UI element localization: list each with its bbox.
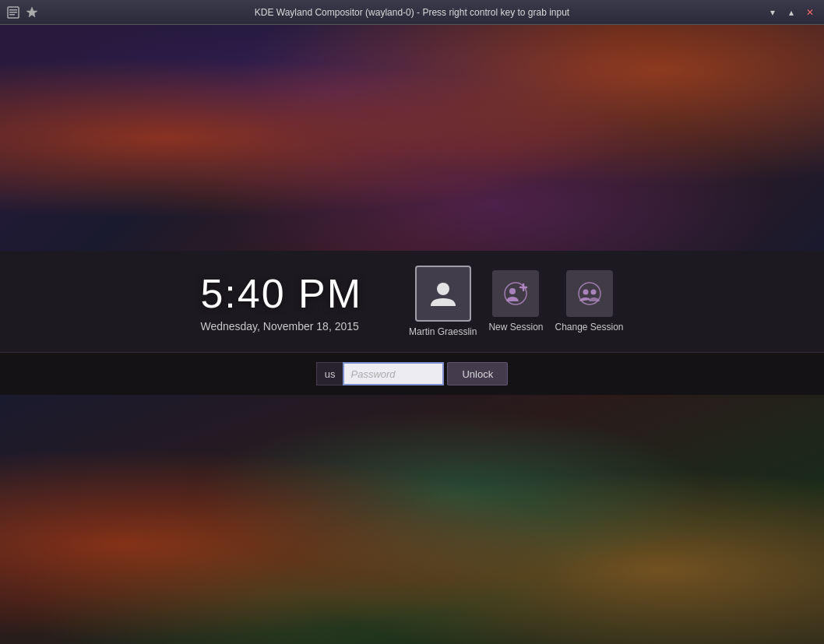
new-session-label: New Session (488, 322, 543, 333)
titlebar: KDE Wayland Compositor (wayland-0) - Pre… (0, 0, 824, 25)
current-user-item[interactable]: Martin Graesslin (409, 266, 477, 337)
unlock-button[interactable]: Unlock (447, 362, 508, 385)
background-bottom (0, 395, 824, 644)
lock-panel: 5:40 PM Wednesday, November 18, 2015 Mar… (0, 251, 824, 395)
titlebar-left-icons (6, 5, 39, 19)
username-label: Martin Graesslin (409, 326, 477, 337)
maximize-button[interactable]: ▴ (784, 5, 799, 20)
lock-upper-section: 5:40 PM Wednesday, November 18, 2015 Mar… (0, 251, 824, 352)
minimize-button[interactable]: ▾ (765, 5, 780, 20)
svg-point-11 (590, 290, 596, 295)
change-session-icon (577, 281, 602, 306)
main-content: 5:40 PM Wednesday, November 18, 2015 Mar… (0, 25, 824, 644)
password-input[interactable] (343, 362, 444, 385)
new-session-icon (503, 281, 528, 306)
titlebar-pin-icon[interactable] (25, 5, 39, 19)
background-top (0, 25, 824, 251)
user-avatar (415, 266, 471, 322)
username-display: us (316, 362, 343, 385)
user-avatar-icon (428, 278, 459, 309)
svg-rect-3 (9, 14, 15, 16)
new-session-button[interactable] (492, 270, 539, 317)
change-session-label: Change Session (555, 322, 623, 333)
svg-rect-1 (9, 9, 17, 11)
clock-display: 5:40 PM (200, 270, 362, 317)
titlebar-title: KDE Wayland Compositor (wayland-0) - Pre… (255, 7, 569, 18)
close-button[interactable]: ✕ (802, 5, 818, 20)
session-section: Martin Graesslin New Session (409, 266, 623, 337)
svg-point-4 (437, 283, 449, 295)
password-bar: us Unlock (0, 352, 824, 395)
svg-rect-2 (9, 12, 17, 13)
svg-point-10 (583, 290, 588, 295)
change-session-item[interactable]: Change Session (555, 270, 623, 333)
date-display: Wednesday, November 18, 2015 (200, 320, 358, 333)
new-session-item[interactable]: New Session (488, 270, 543, 333)
time-section: 5:40 PM Wednesday, November 18, 2015 (200, 270, 362, 333)
change-session-button[interactable] (566, 270, 613, 317)
titlebar-controls: ▾ ▴ ✕ (765, 5, 818, 20)
titlebar-icon-1[interactable] (6, 5, 20, 19)
svg-point-6 (509, 288, 516, 294)
